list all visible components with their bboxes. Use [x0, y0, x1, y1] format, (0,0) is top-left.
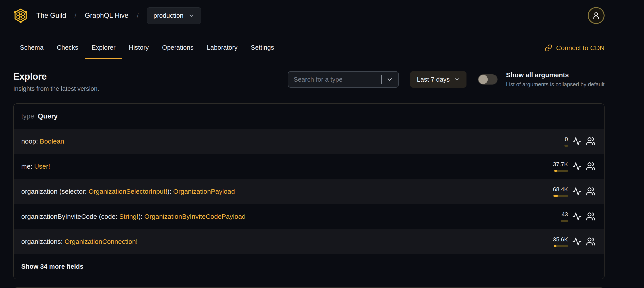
field-stats: 68.4K [537, 186, 596, 197]
type-card-header: type Query [14, 104, 604, 129]
usage-bar-fill [554, 170, 557, 172]
activity-icon[interactable] [572, 187, 582, 196]
usage-stats: 68.4K [537, 186, 568, 197]
request-count: 0 [565, 136, 568, 143]
type-link[interactable]: OrganizationSelectorInput! [89, 188, 167, 195]
field-signature: me: User! [21, 163, 50, 170]
field-signature: organization (selector: OrganizationSele… [21, 188, 235, 195]
chevron-down-icon[interactable] [386, 76, 393, 83]
usage-bar [554, 170, 568, 172]
field-row: organizations: OrganizationConnection!35… [14, 229, 604, 254]
nav-tabs: SchemaChecksExplorerHistoryOperationsLab… [13, 44, 281, 59]
usage-bar [561, 220, 568, 222]
type-kind-label: type [21, 112, 34, 120]
field-stats: 35.6K [537, 236, 596, 247]
activity-icon[interactable] [572, 212, 582, 221]
main-nav: SchemaChecksExplorerHistoryOperationsLab… [0, 31, 644, 59]
field-signature: noop: Boolean [21, 138, 64, 145]
usage-bar [554, 245, 568, 247]
type-link[interactable]: OrganizationConnection! [64, 238, 138, 245]
field-text: ): [138, 213, 144, 220]
page-header: Explore Insights from the latest version… [13, 71, 604, 92]
breadcrumb: The Guild / GraphQL Hive / production [36, 7, 201, 24]
request-count: 68.4K [553, 186, 568, 193]
type-search-input[interactable]: Search for a type [288, 71, 399, 88]
show-all-arguments-toggle[interactable] [478, 74, 498, 85]
user-icon [592, 11, 600, 20]
users-icon[interactable] [586, 187, 596, 196]
usage-bar [564, 145, 568, 147]
field-row: organization (selector: OrganizationSele… [14, 179, 604, 204]
field-signature: organizations: OrganizationConnection! [21, 238, 138, 245]
type-link[interactable]: String! [119, 213, 138, 220]
target-selector[interactable]: production [147, 7, 201, 24]
top-bar: The Guild / GraphQL Hive / production [13, 0, 604, 31]
explorer-controls: Search for a type Last 7 days Show all a… [288, 71, 604, 88]
search-divider [382, 75, 382, 84]
type-link[interactable]: User! [34, 163, 50, 170]
usage-stats: 0 [537, 136, 568, 147]
users-icon[interactable] [586, 237, 596, 246]
field-signature: organizationByInviteCode (code: String!)… [21, 213, 246, 220]
field-text: organizations: [21, 238, 64, 245]
field-stats: 43 [537, 211, 596, 222]
activity-icon[interactable] [572, 237, 582, 246]
tab-checks[interactable]: Checks [50, 44, 85, 59]
tab-explorer[interactable]: Explorer [85, 44, 122, 59]
field-row: noop: Boolean0 [14, 129, 604, 154]
breadcrumb-project[interactable]: GraphQL Hive [85, 12, 128, 20]
page-title: Explore [13, 71, 99, 82]
chevron-down-icon [188, 13, 194, 19]
hive-honeycomb-logo[interactable] [13, 8, 28, 23]
breadcrumb-separator: / [74, 12, 76, 19]
period-selector-value: Last 7 days [417, 76, 450, 83]
field-row: organizationByInviteCode (code: String!)… [14, 204, 604, 229]
breadcrumb-org[interactable]: The Guild [36, 12, 66, 20]
request-count: 43 [562, 211, 568, 218]
field-stats: 0 [537, 136, 596, 147]
usage-stats: 37.7K [537, 161, 568, 172]
usage-bar [553, 195, 568, 197]
field-row: me: User!37.7K [14, 154, 604, 179]
page-subtitle: Insights from the latest version. [13, 85, 99, 92]
breadcrumb-separator: / [137, 12, 138, 19]
field-rows: noop: Boolean0 me: User!37.7K organizati… [14, 129, 604, 254]
tab-history[interactable]: History [122, 44, 155, 59]
connect-to-cdn-label: Connect to CDN [556, 44, 604, 52]
toggle-description: List of arguments is collapsed by defaul… [506, 81, 604, 88]
field-text: me: [21, 163, 34, 170]
usage-stats: 35.6K [537, 236, 568, 247]
chevron-down-icon [454, 77, 460, 82]
users-icon[interactable] [586, 212, 596, 221]
usage-bar-fill [553, 195, 558, 197]
request-count: 37.7K [553, 161, 568, 168]
period-selector-button[interactable]: Last 7 days [410, 71, 466, 88]
users-icon[interactable] [586, 162, 596, 171]
type-search-placeholder: Search for a type [294, 76, 382, 83]
field-stats: 37.7K [537, 161, 596, 172]
activity-icon[interactable] [572, 136, 582, 146]
connect-to-cdn-button[interactable]: Connect to CDN [545, 44, 604, 59]
activity-icon[interactable] [572, 162, 582, 171]
tab-settings[interactable]: Settings [244, 44, 281, 59]
user-menu-button[interactable] [588, 7, 604, 24]
tab-schema[interactable]: Schema [13, 44, 50, 59]
request-count: 35.6K [553, 236, 568, 243]
usage-bar-fill [554, 245, 556, 247]
type-link[interactable]: OrganizationPayload [173, 188, 235, 195]
target-selector-value: production [154, 12, 184, 19]
field-text: organizationByInviteCode (code: [21, 213, 119, 220]
field-text: ): [167, 188, 173, 195]
toggle-knob [478, 75, 488, 84]
show-more-fields-button[interactable]: Show 34 more fields [14, 254, 604, 279]
type-link[interactable]: Boolean [40, 138, 64, 145]
type-card: type Query noop: Boolean0 me: User!37.7K… [13, 103, 604, 279]
field-text: noop: [21, 138, 40, 145]
tab-laboratory[interactable]: Laboratory [200, 44, 244, 59]
usage-stats: 43 [537, 211, 568, 222]
tab-operations[interactable]: Operations [155, 44, 200, 59]
type-link[interactable]: OrganizationByInviteCodePayload [144, 213, 246, 220]
toggle-label: Show all arguments [506, 71, 604, 79]
field-text: organization (selector: [21, 188, 89, 195]
users-icon[interactable] [586, 136, 596, 146]
